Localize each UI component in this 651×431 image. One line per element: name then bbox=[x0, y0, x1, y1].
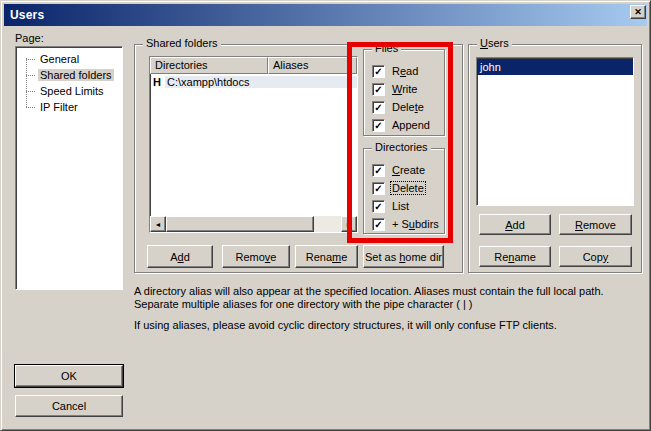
column-header-aliases[interactable]: Aliases bbox=[268, 57, 357, 74]
page-label: Page: bbox=[15, 32, 44, 44]
folders-add-button[interactable]: Add bbox=[147, 245, 213, 268]
tree-stub bbox=[26, 59, 35, 60]
checkbox-read[interactable]: ✓ Read bbox=[364, 62, 444, 80]
users-list: john bbox=[476, 57, 634, 206]
checkbox-checked-icon: ✓ bbox=[372, 182, 385, 195]
list-rows: H C:\xampp\htdocs bbox=[150, 74, 357, 216]
checkbox-checked-icon: ✓ bbox=[372, 119, 385, 132]
checkbox-subdirs[interactable]: ✓ + Subdirs bbox=[364, 215, 444, 233]
files-permissions-group: Files ✓ Read ✓ Write ✓ Delete ✓ Append bbox=[363, 49, 445, 136]
alias-notes: A directory alias will also appear at th… bbox=[134, 285, 640, 340]
checkbox-create[interactable]: ✓ Create bbox=[364, 161, 444, 179]
scrollbar-track[interactable] bbox=[314, 216, 341, 232]
tree-line bbox=[26, 58, 27, 107]
alias-note-1: A directory alias will also appear at th… bbox=[134, 285, 640, 311]
close-icon: ✕ bbox=[634, 7, 642, 17]
checkbox-checked-icon: ✓ bbox=[372, 101, 385, 114]
alias-note-2: If using aliases, please avoid cyclic di… bbox=[134, 319, 640, 332]
list-header: Directories Aliases bbox=[150, 57, 357, 74]
horizontal-scrollbar[interactable]: ◄ ► bbox=[150, 216, 357, 232]
page-item-ip-filter[interactable]: IP Filter bbox=[16, 99, 122, 115]
checkbox-checked-icon: ✓ bbox=[372, 164, 385, 177]
checkbox-checked-icon: ✓ bbox=[372, 200, 385, 213]
tree-stub bbox=[26, 107, 35, 108]
users-dialog: Users ✕ Page: General Shared folders Spe… bbox=[0, 0, 651, 431]
checkbox-delete-files[interactable]: ✓ Delete bbox=[364, 98, 444, 116]
directory-row[interactable]: H C:\xampp\htdocs bbox=[150, 74, 357, 89]
files-group-label: Files bbox=[372, 42, 401, 54]
page-item-speed-limits[interactable]: Speed Limits bbox=[16, 83, 122, 99]
column-header-directories[interactable]: Directories bbox=[150, 57, 268, 74]
shared-folders-group-label: Shared folders bbox=[143, 37, 221, 49]
scrollbar-thumb[interactable] bbox=[166, 216, 314, 232]
users-copy-button[interactable]: Copy bbox=[559, 246, 632, 267]
scroll-right-icon: ► bbox=[346, 221, 353, 228]
page-item-general[interactable]: General bbox=[16, 51, 122, 67]
ok-button[interactable]: OK bbox=[15, 365, 123, 387]
folders-rename-button[interactable]: Rename bbox=[295, 245, 358, 268]
folders-remove-button[interactable]: Remove bbox=[222, 245, 290, 268]
checkbox-write[interactable]: ✓ Write bbox=[364, 80, 444, 98]
cancel-button[interactable]: Cancel bbox=[15, 395, 123, 417]
checkbox-append[interactable]: ✓ Append bbox=[364, 116, 444, 134]
set-as-home-dir-button[interactable]: Set as home dir bbox=[363, 245, 444, 268]
users-remove-button[interactable]: Remove bbox=[559, 214, 632, 235]
page-list: General Shared folders Speed Limits IP F… bbox=[15, 46, 123, 290]
tree-stub bbox=[26, 75, 35, 76]
checkbox-delete-dirs[interactable]: ✓ Delete bbox=[364, 179, 444, 197]
user-row-john[interactable]: john bbox=[477, 59, 633, 75]
users-add-button[interactable]: Add bbox=[479, 214, 551, 235]
directories-permissions-group: Directories ✓ Create ✓ Delete ✓ List ✓ +… bbox=[363, 148, 445, 234]
scroll-right-button[interactable]: ► bbox=[341, 216, 357, 232]
directories-group-label: Directories bbox=[372, 141, 431, 153]
home-marker: H bbox=[153, 76, 161, 88]
scroll-left-button[interactable]: ◄ bbox=[150, 216, 166, 232]
users-rename-button[interactable]: Rename bbox=[479, 246, 551, 267]
checkbox-checked-icon: ✓ bbox=[372, 65, 385, 78]
checkbox-checked-icon: ✓ bbox=[372, 83, 385, 96]
checkbox-list[interactable]: ✓ List bbox=[364, 197, 444, 215]
checkbox-checked-icon: ✓ bbox=[372, 218, 385, 231]
tree-stub bbox=[26, 91, 35, 92]
directories-list: Directories Aliases H C:\xampp\htdocs ◄ … bbox=[149, 56, 358, 233]
scroll-left-icon: ◄ bbox=[155, 221, 162, 228]
title-bar: Users bbox=[4, 4, 647, 26]
page-item-shared-folders[interactable]: Shared folders bbox=[16, 67, 122, 83]
window-title: Users bbox=[10, 8, 44, 22]
users-group-label: Users bbox=[477, 37, 512, 49]
directory-path: C:\xampp\htdocs bbox=[165, 76, 357, 88]
close-button[interactable]: ✕ bbox=[630, 5, 646, 19]
